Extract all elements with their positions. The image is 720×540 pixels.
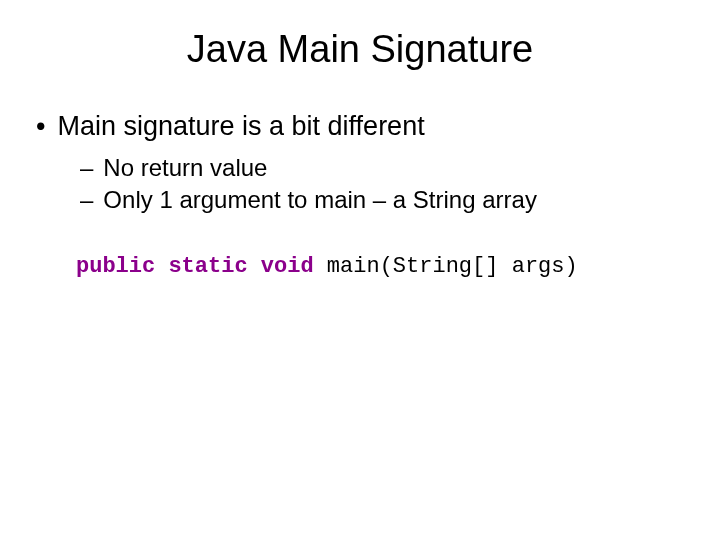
bullet-sub-text: Only 1 argument to main – a String array <box>103 186 537 214</box>
bullet-main-text: Main signature is a bit different <box>57 111 424 142</box>
bullet-sub: Only 1 argument to main – a String array <box>80 186 680 214</box>
bullet-main: Main signature is a bit different <box>40 111 680 142</box>
slide-title: Java Main Signature <box>40 28 680 71</box>
bullet-sub-text: No return value <box>103 154 267 182</box>
code-rest: main(String[] args) <box>314 254 578 279</box>
code-snippet: public static void main(String[] args) <box>76 254 680 279</box>
code-keywords: public static void <box>76 254 314 279</box>
bullet-sub: No return value <box>80 154 680 182</box>
sub-bullet-list: No return value Only 1 argument to main … <box>80 154 680 214</box>
slide: Java Main Signature Main signature is a … <box>0 0 720 540</box>
